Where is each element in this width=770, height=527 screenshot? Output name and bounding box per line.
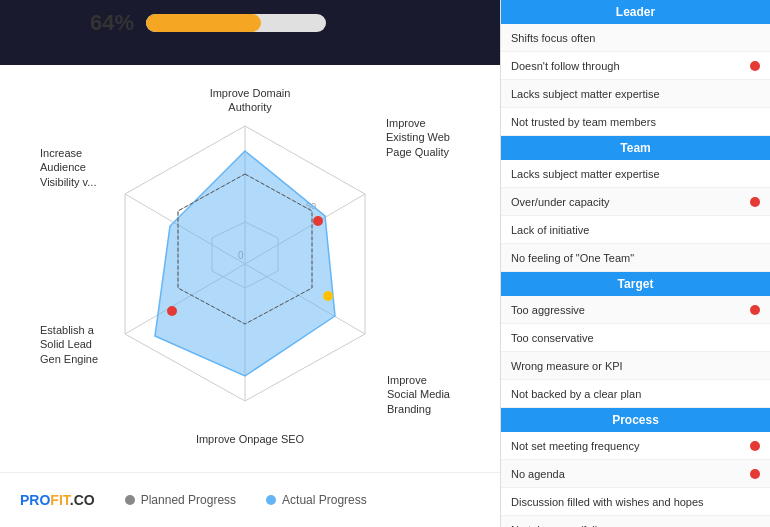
red-dot-indicator xyxy=(750,305,760,315)
dot-spacer xyxy=(750,89,760,99)
svg-point-10 xyxy=(167,306,177,316)
list-row: Lack of initiative xyxy=(501,216,770,244)
red-dot-indicator xyxy=(750,441,760,451)
legend-actual: Actual Progress xyxy=(266,493,367,507)
dot-spacer xyxy=(750,253,760,263)
dot-spacer xyxy=(750,169,760,179)
list-row: Lacks subject matter expertise xyxy=(501,160,770,188)
planned-label: Planned Progress xyxy=(141,493,236,507)
dot-spacer xyxy=(750,117,760,127)
progress-bar-fill xyxy=(146,14,261,32)
dot-spacer xyxy=(750,497,760,507)
actual-label: Actual Progress xyxy=(282,493,367,507)
list-row: Lacks subject matter expertise xyxy=(501,80,770,108)
right-panel: LeaderShifts focus oftenDoesn't follow t… xyxy=(500,0,770,527)
list-row: Discussion filled with wishes and hopes xyxy=(501,488,770,516)
legend-planned: Planned Progress xyxy=(125,493,236,507)
list-row: Too conservative xyxy=(501,324,770,352)
svg-marker-8 xyxy=(155,151,335,376)
list-row: Not set meeting frequency xyxy=(501,432,770,460)
radar-wrapper: Improve DomainAuthority ImproveExisting … xyxy=(60,86,440,446)
list-item-text: Lacks subject matter expertise xyxy=(511,88,660,100)
actual-dot xyxy=(266,495,276,505)
label-top: Improve DomainAuthority xyxy=(210,86,291,115)
list-row: No takeaways/followups xyxy=(501,516,770,527)
planned-dot xyxy=(125,495,135,505)
list-item-text: No takeaways/followups xyxy=(511,524,629,528)
dot-spacer xyxy=(750,225,760,235)
list-item-text: Too conservative xyxy=(511,332,594,344)
red-dot-indicator xyxy=(750,469,760,479)
bottom-legend: PROFIT.CO Planned Progress Actual Progre… xyxy=(0,472,500,527)
label-top-left: IncreaseAudienceVisibility v... xyxy=(40,146,96,189)
logo: PROFIT.CO xyxy=(20,492,95,508)
list-row: Not trusted by team members xyxy=(501,108,770,136)
logo-fit: FIT xyxy=(50,492,69,508)
progress-bar-track xyxy=(146,14,326,32)
left-panel: 64% Improve DomainAuthority ImproveExist… xyxy=(0,0,500,527)
list-row: Shifts focus often xyxy=(501,24,770,52)
dot-spacer xyxy=(750,361,760,371)
list-row: Not backed by a clear plan xyxy=(501,380,770,408)
list-row: Over/under capacity xyxy=(501,188,770,216)
section-header-leader: Leader xyxy=(501,0,770,24)
logo-pro: PRO xyxy=(20,492,50,508)
list-row: Wrong measure or KPI xyxy=(501,352,770,380)
list-item-text: Too aggressive xyxy=(511,304,585,316)
list-row: No feeling of "One Team" xyxy=(501,244,770,272)
red-dot-indicator xyxy=(750,61,760,71)
radar-chart: 50 0 xyxy=(90,116,400,416)
list-item-text: Not set meeting frequency xyxy=(511,440,639,452)
label-bottom: Improve Onpage SEO xyxy=(196,432,304,446)
dot-spacer xyxy=(750,389,760,399)
list-row: No agenda xyxy=(501,460,770,488)
list-item-text: Over/under capacity xyxy=(511,196,609,208)
svg-point-12 xyxy=(313,216,323,226)
list-item-text: Lacks subject matter expertise xyxy=(511,168,660,180)
list-row: Doesn't follow through xyxy=(501,52,770,80)
list-item-text: Lack of initiative xyxy=(511,224,589,236)
dot-spacer xyxy=(750,33,760,43)
list-item-text: Shifts focus often xyxy=(511,32,595,44)
list-item-text: No agenda xyxy=(511,468,565,480)
section-header-team: Team xyxy=(501,136,770,160)
list-item-text: Discussion filled with wishes and hopes xyxy=(511,496,704,508)
list-item-text: Not backed by a clear plan xyxy=(511,388,641,400)
list-row: Too aggressive xyxy=(501,296,770,324)
dot-spacer xyxy=(750,333,760,343)
progress-percent: 64% xyxy=(90,10,134,36)
section-header-process: Process xyxy=(501,408,770,432)
red-dot-indicator xyxy=(750,197,760,207)
radar-area: Improve DomainAuthority ImproveExisting … xyxy=(0,65,500,467)
progress-container: 64% xyxy=(90,10,326,36)
section-header-target: Target xyxy=(501,272,770,296)
list-item-text: No feeling of "One Team" xyxy=(511,252,634,264)
list-item-text: Wrong measure or KPI xyxy=(511,360,623,372)
list-item-text: Not trusted by team members xyxy=(511,116,656,128)
svg-point-11 xyxy=(323,291,333,301)
list-item-text: Doesn't follow through xyxy=(511,60,620,72)
